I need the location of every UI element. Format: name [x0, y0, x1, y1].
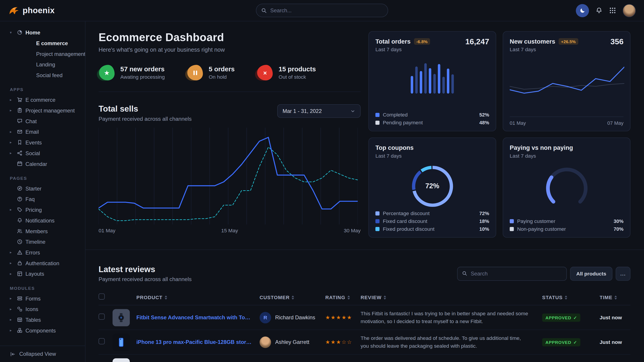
sidebar-section-apps: APPS	[10, 87, 85, 92]
customer-cell: Ashley Garrett	[260, 336, 325, 348]
new-customers-chart	[510, 58, 624, 107]
legend-label: Pending payment	[383, 120, 423, 126]
all-products-button[interactable]: All products	[570, 267, 612, 280]
sidebar-item-chat[interactable]: Chat	[0, 116, 85, 127]
main-content: Ecommerce Dashboard Here's what's going …	[86, 21, 644, 362]
sort-icon	[292, 295, 294, 299]
sidebar-item-label: Layouts	[26, 271, 44, 277]
legend-value: 10%	[479, 226, 489, 232]
collapse-label: Collapsed View	[19, 351, 56, 357]
sidebar-item-events[interactable]: ▸ Events	[0, 137, 85, 148]
legend-swatch	[510, 219, 514, 223]
product-link[interactable]: iPhone 13 pro max-Pacific Blue-128GB sto…	[136, 339, 252, 345]
legend-value: 48%	[479, 120, 489, 126]
chevron-right-icon: ▸	[10, 208, 14, 212]
sidebar-item-icons[interactable]: ▸ Icons	[0, 304, 85, 314]
stat-caption: Out of stock	[278, 74, 316, 80]
column-header-product[interactable]: PRODUCT	[136, 295, 260, 300]
global-search[interactable]	[256, 4, 388, 17]
paying-gauge-chart	[536, 163, 597, 211]
card-period: Last 7 days	[376, 153, 489, 159]
sidebar-item-ecommerce-dashboard[interactable]: E commerce	[0, 38, 85, 48]
legend-label: Fixed product discount	[383, 226, 434, 232]
sidebar-item-email[interactable]: ▸ Email	[0, 126, 85, 137]
chevron-right-icon: ▸	[10, 261, 14, 265]
sidebar-item-label: Notifications	[26, 217, 54, 224]
row-checkbox[interactable]	[99, 338, 105, 344]
column-header-rating[interactable]: RATING	[325, 295, 361, 300]
sidebar-item-errors[interactable]: ▸ Errors	[0, 247, 85, 258]
sidebar-item-timeline[interactable]: Timeline	[0, 236, 85, 247]
status-badge: APPROVED✓	[542, 313, 580, 322]
product-link[interactable]: Fitbit Sense Advanced Smartwatch with To…	[136, 314, 252, 321]
sidebar-item-starter[interactable]: Starter	[0, 183, 85, 194]
sidebar-item-forms[interactable]: ▸ Forms	[0, 293, 85, 304]
card-period: Last 7 days	[510, 153, 624, 159]
page-title: Ecommerce Dashboard	[99, 31, 361, 44]
sidebar-item-label: Social	[26, 150, 40, 156]
stat-value: 5 orders	[209, 65, 235, 73]
select-all-checkbox[interactable]	[99, 293, 105, 300]
sidebar-item-label: Pricing	[26, 207, 42, 213]
sidebar-item-label: Icons	[26, 306, 38, 312]
sidebar-item-project-management-app[interactable]: ▸ Project management	[0, 105, 85, 116]
legend-label: Percentage discount	[383, 211, 430, 216]
sidebar-item-landing[interactable]: Landing	[0, 59, 85, 70]
sidebar-item-notifications[interactable]: Notifications	[0, 215, 85, 226]
sidebar-item-layouts[interactable]: ▸ Layouts	[0, 268, 85, 279]
sidebar-item-social[interactable]: ▸ Social	[0, 148, 85, 159]
row-checkbox[interactable]	[99, 314, 105, 320]
apps-grid-button[interactable]	[609, 7, 616, 14]
legend-swatch	[510, 227, 514, 231]
notifications-button[interactable]	[596, 7, 602, 14]
global-search-input[interactable]	[270, 7, 383, 14]
sidebar-item-home[interactable]: ▾ Home	[0, 27, 85, 38]
sidebar-item-label: Home	[26, 29, 40, 35]
chat-icon	[16, 118, 23, 124]
user-avatar[interactable]	[623, 4, 636, 17]
brand-logo[interactable]: phoenix	[8, 5, 55, 16]
chevron-right-icon: ▸	[10, 98, 14, 102]
sidebar-item-project-management-dashboard[interactable]: Project management	[0, 48, 85, 59]
review-text: This Fitbit is fantastic! I was trying t…	[361, 310, 542, 325]
sidebar-item-label: Timeline	[26, 239, 46, 245]
table-row: Fitbit Sense Advanced Smartwatch with To…	[99, 306, 630, 330]
bell-icon	[596, 7, 602, 14]
star-icon: ★	[99, 65, 114, 80]
out-of-stock-icon: ×	[257, 64, 273, 81]
customer-avatar: R	[260, 312, 271, 323]
legend-label: Non-paying customer	[517, 226, 566, 232]
reviews-search[interactable]	[457, 267, 567, 280]
column-header-review[interactable]: REVIEW	[361, 295, 542, 300]
sidebar-item-members[interactable]: Members	[0, 226, 85, 237]
sidebar-item-components[interactable]: ▸ Components	[0, 325, 85, 336]
sidebar-item-ecommerce-app[interactable]: ▸ E commerce	[0, 94, 85, 105]
status-badge: APPROVED✓	[542, 338, 580, 346]
sidebar-item-faq[interactable]: Faq	[0, 194, 85, 204]
reviews-search-input[interactable]	[471, 271, 562, 277]
stat-value: 57 new orders	[120, 65, 165, 73]
legend-value: 30%	[614, 218, 624, 224]
sidebar-item-tables[interactable]: ▸ Tables	[0, 314, 85, 325]
more-options-button[interactable]: ...	[616, 267, 630, 280]
stat-caption: On hold	[209, 74, 235, 80]
sidebar-item-calendar[interactable]: Calendar	[0, 159, 85, 169]
date-range-select[interactable]: Mar 1 - 31, 2022	[277, 104, 361, 118]
collapse-sidebar-button[interactable]: Collapsed View	[0, 346, 85, 362]
product-image	[112, 358, 130, 362]
bell-icon	[16, 218, 23, 223]
legend-value: 18%	[479, 218, 489, 224]
paying-vs-nonpaying-card: Paying vs non paying Last 7 days Paying …	[503, 137, 630, 238]
sidebar-item-authentication[interactable]: ▸ Authentication	[0, 258, 85, 269]
column-header-status[interactable]: STATUS	[542, 295, 600, 300]
total-sells-title: Total sells	[99, 104, 192, 114]
sidebar-item-pricing[interactable]: ▸ Pricing	[0, 204, 85, 215]
chevron-down-icon: ▾	[10, 30, 14, 34]
sidebar-item-social-feed[interactable]: Social feed	[0, 70, 85, 80]
pie-chart-icon	[16, 29, 23, 35]
card-title: Top coupons	[376, 144, 414, 151]
column-header-customer[interactable]: CUSTOMER	[260, 295, 325, 300]
latest-reviews-section: Latest reviews Payment received across a…	[99, 250, 630, 362]
dark-mode-toggle[interactable]	[576, 4, 589, 17]
column-header-time[interactable]: TIME	[600, 295, 630, 300]
